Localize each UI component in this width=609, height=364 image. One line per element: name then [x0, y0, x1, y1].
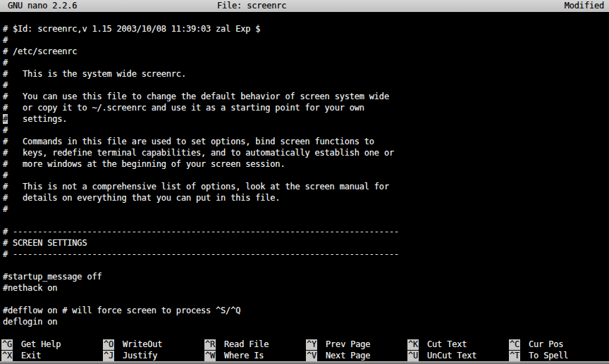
- editor-line[interactable]: #: [3, 80, 609, 91]
- editor-line[interactable]: #: [3, 57, 609, 68]
- shortcut-to-spell: ^TTo Spell: [509, 350, 568, 361]
- shortcut-writeout: ^OWriteOut: [103, 339, 162, 350]
- shortcut-label: UnCut Text: [427, 351, 476, 360]
- shortcut-row: ^XExit^JJustify^WWhere Is^VNext Page^UUn…: [0, 350, 609, 361]
- nano-version-label: GNU nano 2.2.6: [8, 0, 77, 12]
- shortcut-cur-pos: ^CCur Pos: [509, 339, 563, 350]
- editor-line[interactable]: # more windows at the beginning of your …: [3, 158, 609, 170]
- editor-line[interactable]: #defflow on # will force screen to proce…: [3, 305, 609, 316]
- shortcut-key: ^U: [407, 351, 419, 361]
- editor-line[interactable]: deflogin on: [3, 316, 609, 327]
- shortcut-key: ^K: [407, 339, 419, 350]
- editor-line[interactable]: [3, 215, 609, 226]
- shortcut-key: ^C: [509, 339, 520, 350]
- shortcut-exit: ^XExit: [1, 350, 41, 361]
- shortcut-key: ^V: [306, 351, 317, 361]
- editor-area[interactable]: # $Id: screenrc,v 1.15 2003/10/08 11:39:…: [0, 12, 609, 327]
- open-file-name: File: screenrc: [217, 0, 286, 12]
- editor-line[interactable]: # /etc/screenrc: [3, 46, 609, 57]
- shortcut-label: Get Help: [21, 339, 61, 349]
- editor-line[interactable]: # --------------------------------------…: [3, 249, 609, 260]
- modified-status: Modified: [565, 0, 604, 12]
- text-cursor: #: [3, 114, 8, 124]
- shortcut-key: ^R: [204, 339, 216, 350]
- shortcut-label: Prev Page: [326, 339, 370, 349]
- shortcut-key: ^O: [103, 339, 114, 350]
- shortcut-uncut-text: ^UUnCut Text: [407, 350, 476, 361]
- editor-line[interactable]: # This is the system wide screenrc.: [3, 68, 609, 80]
- shortcut-prev-page: ^YPrev Page: [306, 339, 370, 350]
- shortcut-where-is: ^WWhere Is: [204, 350, 264, 361]
- shortcut-key: ^G: [1, 339, 13, 350]
- editor-line[interactable]: [3, 260, 609, 271]
- shortcut-label: Exit: [21, 351, 41, 360]
- shortcut-cut-text: ^KCut Text: [407, 339, 467, 350]
- editor-line[interactable]: #: [3, 34, 609, 46]
- editor-line[interactable]: # $Id: screenrc,v 1.15 2003/10/08 11:39:…: [3, 23, 609, 34]
- editor-line[interactable]: #: [3, 170, 609, 181]
- editor-line[interactable]: # SCREEN SETTINGS: [3, 237, 609, 249]
- shortcut-label: Read File: [224, 339, 269, 349]
- shortcut-row: ^GGet Help^OWriteOut^RRead File^YPrev Pa…: [0, 339, 609, 350]
- status-line: [0, 327, 609, 339]
- window-bottom-edge: [0, 361, 609, 364]
- shortcut-bar: ^GGet Help^OWriteOut^RRead File^YPrev Pa…: [0, 339, 609, 361]
- editor-line[interactable]: # keys, redefine terminal capabilities, …: [3, 147, 609, 158]
- shortcut-key: ^T: [509, 351, 520, 361]
- editor-line[interactable]: [3, 294, 609, 305]
- shortcut-label: Cur Pos: [529, 339, 563, 349]
- terminal-window: GNU nano 2.2.6 File: screenrc Modified #…: [0, 0, 609, 364]
- shortcut-label: Cut Text: [427, 339, 467, 349]
- editor-line[interactable]: #: [3, 203, 609, 215]
- shortcut-label: WriteOut: [123, 339, 162, 349]
- shortcut-read-file: ^RRead File: [204, 339, 269, 350]
- editor-line[interactable]: #startup_message off: [3, 271, 609, 282]
- editor-line[interactable]: # You can use this file to change the de…: [3, 91, 609, 102]
- shortcut-key: ^X: [1, 351, 13, 361]
- shortcut-label: To Spell: [529, 351, 568, 360]
- shortcut-key: ^Y: [306, 339, 317, 350]
- shortcut-next-page: ^VNext Page: [306, 350, 370, 361]
- shortcut-justify: ^JJustify: [103, 350, 157, 361]
- shortcut-label: Next Page: [326, 351, 370, 360]
- editor-line[interactable]: # details on everything that you can put…: [3, 192, 609, 203]
- shortcut-get-help: ^GGet Help: [1, 339, 61, 350]
- shortcut-key: ^W: [204, 351, 216, 361]
- editor-line[interactable]: # settings.: [3, 113, 609, 125]
- editor-line[interactable]: #nethack on: [3, 282, 609, 294]
- editor-line[interactable]: #: [3, 125, 609, 136]
- shortcut-key: ^J: [103, 351, 114, 361]
- editor-line[interactable]: # Commands in this file are used to set …: [3, 136, 609, 147]
- editor-line[interactable]: # --------------------------------------…: [3, 226, 609, 237]
- nano-titlebar: GNU nano 2.2.6 File: screenrc Modified: [0, 0, 609, 12]
- shortcut-label: Justify: [123, 351, 157, 360]
- editor-line[interactable]: # This is not a comprehensive list of op…: [3, 181, 609, 192]
- editor-line[interactable]: # or copy it to ~/.screenrc and use it a…: [3, 102, 609, 113]
- shortcut-label: Where Is: [224, 351, 264, 360]
